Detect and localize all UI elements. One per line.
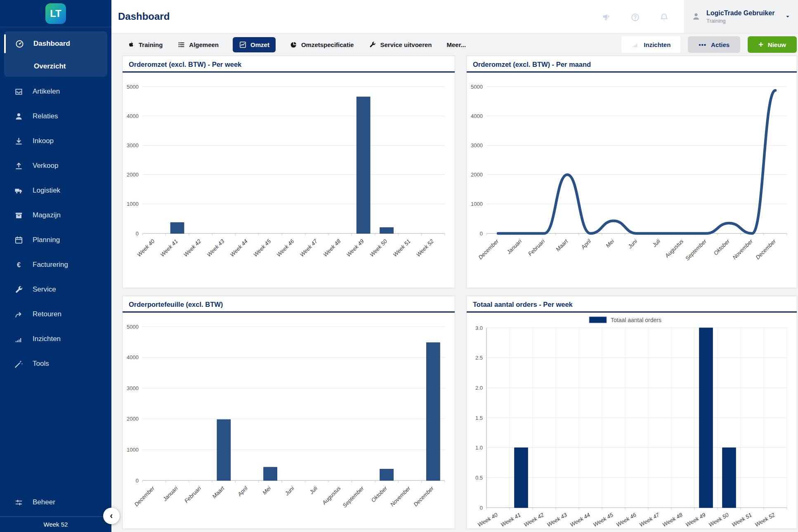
svg-text:Maart: Maart bbox=[555, 238, 569, 252]
svg-text:0: 0 bbox=[136, 478, 139, 484]
svg-text:December: December bbox=[477, 238, 500, 261]
svg-text:November: November bbox=[389, 485, 412, 508]
svg-text:1.0: 1.0 bbox=[475, 445, 483, 451]
help-button[interactable] bbox=[626, 7, 644, 26]
megaphone-icon bbox=[602, 12, 611, 21]
svg-text:Week 41: Week 41 bbox=[500, 512, 522, 527]
svg-text:5000: 5000 bbox=[471, 84, 483, 90]
sidebar-item-inkoop[interactable]: Inkoop bbox=[0, 129, 111, 153]
tab-label: Training bbox=[139, 41, 163, 48]
svg-text:Week 49: Week 49 bbox=[345, 238, 365, 258]
sidebar-item-label: Tools bbox=[33, 360, 49, 368]
upload-icon bbox=[14, 161, 24, 171]
sidebar-item-label: Planning bbox=[33, 236, 60, 244]
wand-icon bbox=[14, 359, 24, 369]
svg-text:Week 40: Week 40 bbox=[136, 238, 156, 258]
sidebar-item-label: Relaties bbox=[33, 112, 58, 120]
svg-text:Week 42: Week 42 bbox=[182, 238, 202, 258]
sidebar-item-artikelen[interactable]: Artikelen bbox=[0, 79, 111, 104]
sidebar-item-relaties[interactable]: Relaties bbox=[0, 104, 111, 129]
user-menu[interactable]: LogicTrade Gebruiker Training bbox=[684, 0, 798, 33]
svg-text:2.0: 2.0 bbox=[475, 385, 483, 391]
chevron-down-icon bbox=[784, 13, 791, 20]
sidebar-item-label: Facturering bbox=[33, 261, 68, 269]
sidebar-item-dashboard[interactable]: Dashboard bbox=[4, 31, 107, 56]
sidebar-nav: DashboardOverzichtArtikelenRelatiesInkoo… bbox=[0, 31, 111, 376]
tab-training[interactable]: Training bbox=[126, 37, 163, 52]
dashboard-tabs: TrainingAlgemeenOmzetOmzetspecificatieSe… bbox=[126, 37, 467, 52]
sidebar-collapse-button[interactable]: ‹ bbox=[103, 508, 120, 524]
inzichten-button[interactable]: Inzichten bbox=[621, 36, 680, 53]
sidebar-item-service[interactable]: Service bbox=[0, 277, 111, 302]
ellipsis-icon: ••• bbox=[699, 41, 706, 48]
svg-text:Juli: Juli bbox=[651, 238, 662, 249]
sidebar-item-label: Service bbox=[33, 285, 56, 294]
sidebar-item-inzichten[interactable]: Inzichten bbox=[0, 327, 111, 351]
svg-text:3000: 3000 bbox=[127, 385, 139, 391]
svg-text:2.5: 2.5 bbox=[475, 355, 483, 361]
sidebar-item-tools[interactable]: Tools bbox=[0, 351, 111, 376]
svg-text:Week 48: Week 48 bbox=[661, 511, 684, 527]
button-label: Acties bbox=[711, 41, 730, 48]
svg-text:Oktober: Oktober bbox=[713, 238, 731, 257]
app-logo[interactable]: LT bbox=[45, 3, 66, 24]
tab-label: Service uitvoeren bbox=[380, 41, 432, 48]
svg-text:4000: 4000 bbox=[127, 113, 139, 119]
acties-button[interactable]: •••Acties bbox=[688, 36, 740, 53]
svg-text:December: December bbox=[755, 238, 777, 261]
user-name: LogicTrade Gebruiker bbox=[706, 9, 774, 17]
tab-algemeen[interactable]: Algemeen bbox=[177, 37, 220, 52]
sidebar-item-beheer[interactable]: Beheer bbox=[0, 490, 111, 515]
user-subtitle: Training bbox=[706, 18, 774, 24]
button-label: Nieuw bbox=[768, 41, 786, 48]
sidebar-item-overzicht[interactable]: Overzicht bbox=[4, 56, 107, 77]
sidebar-item-retouren[interactable]: Retouren bbox=[0, 302, 111, 327]
bars-icon bbox=[14, 334, 24, 344]
nieuw-button[interactable]: +Nieuw bbox=[748, 36, 797, 53]
svg-text:Oktober: Oktober bbox=[370, 485, 389, 504]
svg-text:4000: 4000 bbox=[127, 354, 139, 360]
svg-text:Week 46: Week 46 bbox=[615, 511, 637, 527]
calendar-icon bbox=[14, 235, 24, 245]
svg-text:Week 43: Week 43 bbox=[546, 511, 568, 527]
svg-text:2000: 2000 bbox=[127, 416, 139, 422]
sidebar-item-label: Retouren bbox=[33, 310, 61, 318]
box-icon bbox=[14, 211, 24, 220]
svg-text:Week 43: Week 43 bbox=[205, 238, 225, 258]
header: Dashboard LogicTrade Gebruiker Training bbox=[111, 0, 798, 33]
person-icon bbox=[14, 112, 24, 121]
svg-text:3.0: 3.0 bbox=[475, 325, 483, 331]
tab-meer[interactable]: Meer... bbox=[446, 38, 467, 52]
svg-text:Week 52: Week 52 bbox=[754, 511, 776, 527]
active-indicator-bar bbox=[4, 34, 6, 53]
announcements-button[interactable] bbox=[597, 7, 615, 26]
svg-text:Juni: Juni bbox=[283, 485, 296, 497]
svg-text:Week 51: Week 51 bbox=[392, 238, 412, 258]
sidebar-item-label: Inzichten bbox=[33, 335, 61, 343]
tab-omzet[interactable]: Omzet bbox=[233, 37, 276, 52]
sidebar-active-group: DashboardOverzicht bbox=[4, 31, 107, 77]
notifications-button[interactable] bbox=[655, 7, 673, 26]
current-week-label: Week 52 bbox=[0, 516, 111, 532]
gauge-icon bbox=[15, 39, 24, 49]
tab-service-uitvoeren[interactable]: Service uitvoeren bbox=[368, 37, 432, 52]
sidebar-item-verkoop[interactable]: Verkoop bbox=[0, 153, 111, 178]
svg-text:Augustus: Augustus bbox=[663, 238, 685, 259]
svg-text:5000: 5000 bbox=[127, 84, 139, 90]
tab-label: Omzet bbox=[250, 41, 269, 48]
panel-title: Orderomzet (excl. BTW) - Per week bbox=[123, 56, 455, 73]
sidebar-item-label: Verkoop bbox=[33, 162, 58, 170]
tab-omzetspecificatie[interactable]: Omzetspecificatie bbox=[289, 37, 355, 52]
svg-text:Maart: Maart bbox=[211, 485, 226, 499]
sidebar-item-logistiek[interactable]: Logistiek bbox=[0, 178, 111, 203]
svg-text:Week 40: Week 40 bbox=[477, 511, 499, 527]
sidebar: LT DashboardOverzichtArtikelenRelatiesIn… bbox=[0, 0, 111, 532]
svg-text:Week 50: Week 50 bbox=[368, 238, 388, 258]
panel-title: Totaal aantal orders - Per week bbox=[467, 296, 797, 313]
sidebar-item-magazijn[interactable]: Magazijn bbox=[0, 203, 111, 228]
svg-text:1.5: 1.5 bbox=[475, 415, 483, 421]
svg-text:Week 51: Week 51 bbox=[731, 512, 753, 527]
sidebar-item-facturering[interactable]: €Facturering bbox=[0, 252, 111, 277]
sidebar-item-planning[interactable]: Planning bbox=[0, 228, 111, 252]
svg-text:2000: 2000 bbox=[471, 172, 483, 178]
